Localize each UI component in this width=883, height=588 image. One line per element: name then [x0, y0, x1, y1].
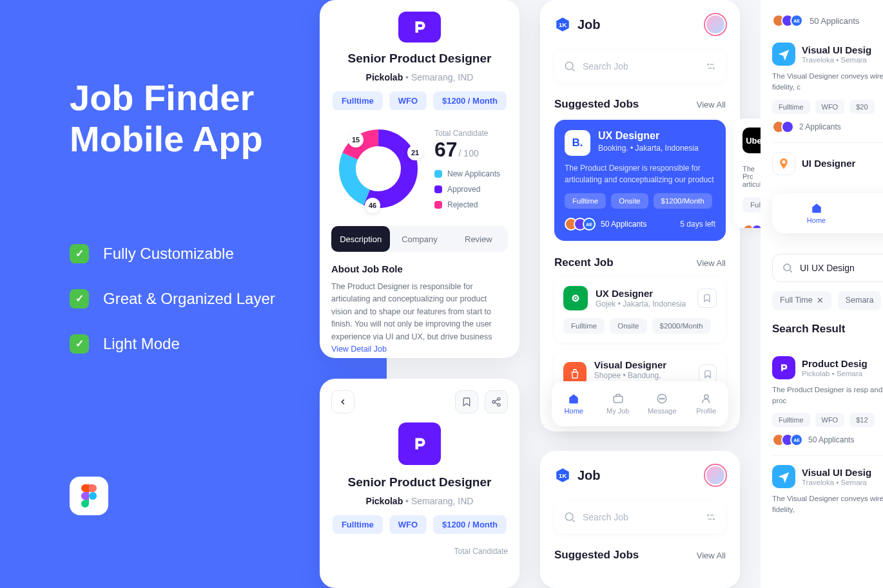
search-icon — [563, 60, 576, 73]
app-brand: 1K Job — [554, 16, 601, 33]
nav-myjob[interactable]: My Job — [596, 381, 641, 426]
check-icon: ✓ — [70, 289, 89, 308]
search-input[interactable]: UI UX Design — [772, 254, 883, 282]
svg-point-22 — [565, 513, 573, 520]
job-card[interactable]: Visual UI DesigTraveloka • Semara The Vi… — [772, 33, 883, 143]
bottom-nav: Home My Job — [772, 193, 883, 233]
detail-tabs: Description Company Review — [331, 226, 508, 252]
view-all-link[interactable]: View All — [697, 100, 726, 109]
svg-text:1K: 1K — [559, 472, 567, 479]
location-icon — [772, 152, 795, 175]
candidate-donut-chart: 15 21 46 — [336, 127, 420, 211]
share-button[interactable] — [485, 390, 508, 413]
search-bar[interactable] — [554, 50, 726, 82]
figma-badge — [70, 477, 108, 515]
svg-point-20 — [704, 395, 708, 399]
tag: $1200 / Month — [433, 91, 507, 110]
total-candidates: 67/ 100 — [434, 138, 503, 162]
featured-job-card[interactable]: B. UX DesignerBooking. • Jakarta, Indone… — [554, 120, 726, 241]
svg-point-28 — [784, 264, 791, 271]
nav-message[interactable]: Message — [640, 381, 684, 426]
nav-home[interactable]: Home — [772, 193, 860, 233]
search-input[interactable] — [583, 61, 705, 71]
nav-profile[interactable]: Profile — [684, 381, 729, 426]
home-screen: 1K Job Suggested JobsView All B. UX Desi… — [540, 0, 740, 432]
filter-chip[interactable]: Full Time✕ — [772, 291, 831, 310]
view-detail-link[interactable]: View Detail Job — [331, 345, 387, 354]
svg-point-0 — [89, 492, 97, 500]
search-bar[interactable] — [554, 501, 726, 533]
job-detail-screen-2: Senior Product Designer Pickolab • Semar… — [320, 379, 519, 588]
feature-item: ✓Great & Organized Layer — [70, 289, 275, 308]
svg-point-25 — [713, 518, 715, 520]
job-card[interactable]: UI Designer — [772, 143, 883, 184]
bookmark-button[interactable] — [697, 289, 717, 308]
svg-point-14 — [574, 297, 576, 299]
svg-rect-26 — [708, 518, 712, 520]
hero-section: Job FinderMobile App ✓Fully Customizable… — [70, 77, 275, 354]
search-screen: AE50 Applicants Visual UI DesigTraveloka… — [761, 0, 883, 588]
hero-title: Job FinderMobile App — [70, 77, 275, 160]
user-avatar[interactable] — [705, 14, 726, 35]
check-icon: ✓ — [70, 334, 89, 354]
svg-point-9 — [707, 64, 709, 66]
svg-point-6 — [498, 404, 500, 406]
user-avatar[interactable] — [705, 465, 726, 486]
traveloka-icon — [772, 465, 795, 488]
job-card[interactable]: UX DesignerGojek • Jakarta, Indonesia Fu… — [554, 277, 726, 343]
back-button[interactable] — [331, 390, 354, 413]
svg-point-8 — [565, 62, 573, 70]
suggested-heading: Suggested Jobs — [554, 98, 639, 111]
pickolab-icon — [772, 356, 795, 379]
filter-icon[interactable] — [705, 511, 717, 523]
svg-rect-15 — [614, 396, 623, 403]
feature-item: ✓Fully Customizable — [70, 244, 275, 263]
svg-text:1K: 1K — [559, 21, 567, 28]
svg-point-23 — [707, 515, 709, 517]
close-icon: ✕ — [817, 296, 824, 305]
check-icon: ✓ — [70, 244, 89, 263]
job-company-location: Pickolab • Semarang, IND — [331, 72, 508, 82]
job-title: Senior Product Designer — [331, 475, 508, 489]
svg-point-19 — [664, 398, 665, 399]
search-result-heading: Search Result — [772, 323, 883, 336]
tag: Fulltime — [333, 91, 383, 110]
job-card[interactable]: Product DesigPickolab • Semara The Produ… — [772, 347, 883, 457]
home-screen-2: 1KJob Suggested JobsView All — [540, 451, 740, 588]
recent-heading: Recent Job — [554, 256, 614, 269]
view-all-link[interactable]: View All — [697, 258, 726, 268]
about-heading: About Job Role — [331, 263, 508, 274]
company-logo — [398, 12, 441, 43]
svg-point-18 — [662, 398, 663, 399]
filter-icon[interactable] — [705, 61, 717, 72]
job-title: Senior Product Designer — [331, 52, 508, 66]
filter-chip[interactable]: Semara — [838, 291, 882, 310]
svg-rect-10 — [710, 64, 714, 65]
gojek-icon — [563, 286, 588, 310]
job-card[interactable]: Visual UI DesigTraveloka • Semara The Vi… — [772, 456, 883, 525]
about-text: The Product Designer is responsible for … — [331, 281, 508, 356]
bookmark-button[interactable] — [455, 390, 478, 413]
search-icon — [563, 511, 576, 524]
tab-company[interactable]: Company — [390, 226, 449, 252]
company-logo — [398, 422, 441, 465]
svg-point-11 — [713, 68, 715, 70]
nav-home[interactable]: Home — [552, 381, 596, 426]
traveloka-icon — [772, 43, 795, 66]
booking-icon: B. — [565, 130, 590, 156]
tab-description[interactable]: Description — [331, 226, 390, 252]
svg-point-17 — [660, 398, 661, 399]
tab-review[interactable]: Review — [449, 226, 508, 252]
nav-myjob[interactable]: My Job — [860, 193, 883, 233]
svg-point-5 — [492, 401, 495, 403]
bottom-nav: Home My Job Message Profile — [552, 381, 728, 426]
svg-point-4 — [498, 397, 500, 400]
svg-rect-12 — [708, 68, 712, 69]
job-detail-screen: Senior Product Designer Pickolab • Semar… — [320, 0, 519, 358]
svg-rect-24 — [710, 515, 714, 516]
feature-item: ✓Light Mode — [70, 334, 275, 354]
tag: WFO — [389, 91, 427, 110]
